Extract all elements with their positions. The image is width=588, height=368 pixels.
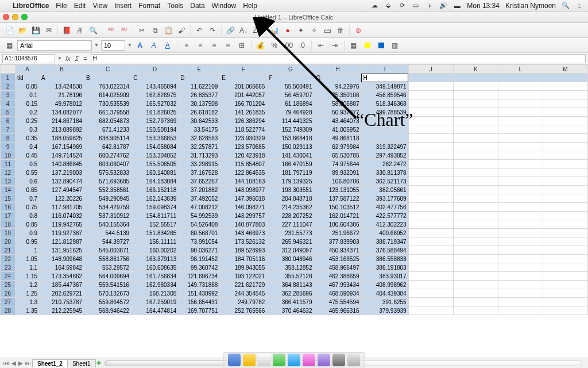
cell[interactable]: 119.927387 — [40, 229, 84, 237]
cell[interactable] — [453, 99, 498, 108]
cell[interactable]: 156.654431 — [179, 298, 220, 306]
cell[interactable]: 249.79782 — [220, 298, 267, 306]
percent-button[interactable]: % — [269, 40, 280, 51]
cell[interactable]: 188.059825 — [40, 134, 84, 143]
cell[interactable]: 763.022314 — [84, 82, 131, 91]
cell[interactable]: 37.167528 — [179, 168, 220, 177]
cell[interactable]: 0.85 — [16, 220, 40, 229]
cell[interactable] — [498, 229, 543, 237]
cell[interactable]: 468.590934 — [314, 289, 361, 298]
cell[interactable]: 26.835377 — [179, 91, 220, 99]
cell[interactable] — [498, 134, 543, 143]
cell[interactable]: 1.15 — [16, 272, 40, 281]
cell[interactable]: 0.55 — [16, 168, 40, 177]
cell[interactable]: 120.423918 — [220, 151, 267, 160]
row-header-20[interactable]: 20 — [1, 237, 16, 246]
cell[interactable]: 189.943055 — [220, 263, 267, 272]
cell[interactable]: 89.932091 — [314, 168, 361, 177]
cell[interactable] — [408, 194, 453, 203]
dock-app-icon[interactable] — [318, 354, 330, 366]
cell[interactable]: 358.12852 — [267, 263, 314, 272]
cell[interactable]: 193.303551 — [267, 186, 314, 194]
cell[interactable]: 0.15 — [16, 99, 40, 108]
insert-chart-button[interactable]: 📊 — [269, 25, 280, 36]
cell[interactable]: 173.526132 — [220, 237, 267, 246]
cell[interactable] — [498, 255, 543, 263]
cell[interactable] — [543, 108, 587, 117]
cell[interactable]: 156.11111 — [131, 237, 179, 246]
sort-asc-button[interactable]: A↓ — [238, 25, 249, 36]
dock-skype-icon[interactable] — [288, 354, 300, 366]
cell[interactable] — [498, 117, 543, 125]
cell[interactable] — [543, 74, 587, 82]
pdf-button[interactable]: 📕 — [61, 25, 72, 36]
cell[interactable]: 1.1 — [16, 263, 40, 272]
add-decimal-button[interactable]: .00 — [283, 40, 294, 51]
cell[interactable] — [498, 220, 543, 229]
cell[interactable]: 1.3 — [16, 298, 40, 306]
preview-button[interactable]: 🔍 — [87, 25, 99, 36]
cell[interactable]: 570.132673 — [84, 289, 131, 298]
cell[interactable]: 49.978012 — [40, 99, 84, 108]
cell[interactable] — [453, 91, 498, 99]
cell[interactable]: H — [361, 74, 408, 82]
cell[interactable] — [498, 306, 543, 315]
row-header-22[interactable]: 22 — [1, 255, 16, 263]
redo-button[interactable]: ↷ — [207, 25, 218, 36]
cell[interactable]: 122.20226 — [40, 194, 84, 203]
cell[interactable]: 153.366853 — [131, 134, 179, 143]
cell[interactable]: 201.066665 — [220, 82, 267, 91]
dock-finder-icon[interactable] — [228, 354, 241, 366]
cell[interactable]: 297.493852 — [361, 151, 408, 160]
sheet-tab-0[interactable]: Sheet1_2 — [32, 359, 68, 367]
cell[interactable] — [543, 99, 587, 108]
align-left-button[interactable]: ≡ — [181, 40, 192, 51]
cell[interactable] — [543, 220, 587, 229]
save-button[interactable]: 💾 — [30, 25, 41, 36]
cell[interactable] — [408, 168, 453, 177]
cell[interactable] — [361, 134, 408, 143]
row-header-11[interactable]: 11 — [1, 160, 16, 168]
bold-button[interactable]: A — [134, 40, 146, 51]
cell[interactable]: 11.622109 — [179, 82, 220, 91]
cell[interactable]: 43.464073 — [314, 117, 361, 125]
cell[interactable]: 552.358561 — [84, 186, 131, 194]
align-justify-button[interactable]: ≡ — [222, 40, 234, 51]
cell[interactable]: 558.861756 — [84, 255, 131, 263]
cell[interactable]: 98.191452 — [179, 255, 220, 263]
cell[interactable]: 58.806887 — [314, 99, 361, 108]
cell[interactable]: 0.45 — [16, 151, 40, 160]
column-header-G[interactable]: G — [267, 65, 314, 74]
window-close-button[interactable] — [3, 14, 9, 20]
column-header-J[interactable]: J — [408, 65, 453, 74]
cut-button[interactable]: ✂ — [136, 25, 148, 36]
cell[interactable]: 106.80706 — [314, 177, 361, 186]
cell[interactable]: 189.528993 — [220, 246, 267, 255]
cell[interactable]: 1.2 — [16, 281, 40, 289]
cell[interactable] — [543, 125, 587, 134]
cell[interactable]: tid — [16, 74, 40, 82]
cell[interactable] — [408, 298, 453, 306]
cell[interactable]: 180.604386 — [314, 220, 361, 229]
row-header-21[interactable]: 21 — [1, 246, 16, 255]
row-header-26[interactable]: 26 — [1, 289, 16, 298]
cell[interactable]: 214.867184 — [40, 117, 84, 125]
cell[interactable]: 127.494547 — [40, 186, 84, 194]
cell[interactable]: 33.54175 — [179, 125, 220, 134]
cell[interactable] — [408, 82, 453, 91]
cell[interactable] — [408, 272, 453, 281]
cell[interactable]: 362.521173 — [361, 177, 408, 186]
column-header-M[interactable]: M — [543, 65, 587, 74]
cell[interactable]: 0.95 — [16, 237, 40, 246]
cell[interactable]: 122.864535 — [220, 168, 267, 177]
cell[interactable] — [543, 237, 587, 246]
cell[interactable]: 534.429759 — [84, 203, 131, 212]
cell[interactable] — [543, 255, 587, 263]
more-button[interactable]: ▥ — [389, 40, 401, 51]
cell[interactable]: 56.459707 — [267, 91, 314, 99]
cell[interactable]: 370.464632 — [267, 306, 314, 315]
cell[interactable]: 458.966497 — [314, 263, 361, 272]
cell[interactable]: 149.731868 — [179, 281, 220, 289]
tab-last-button[interactable]: ⏭ — [24, 360, 32, 366]
cell[interactable] — [498, 160, 543, 168]
